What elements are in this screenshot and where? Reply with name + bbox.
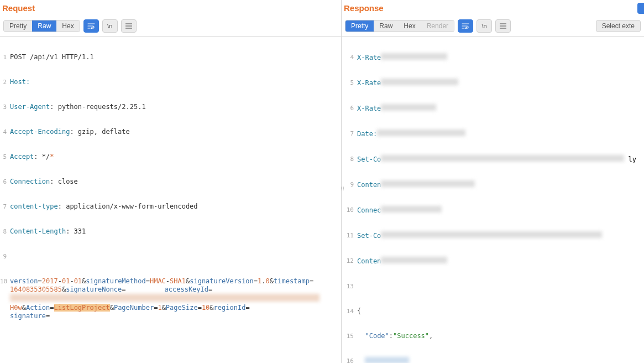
response-view-tabs: Pretty Raw Hex Render [345, 20, 454, 32]
tab-render-resp[interactable]: Render [421, 20, 454, 32]
menu-icon[interactable] [121, 19, 137, 33]
response-title: Response [342, 0, 644, 18]
select-extension-button[interactable]: Select exte [596, 20, 641, 32]
response-panel: Response Pretty Raw Hex Render \n Select… [342, 0, 644, 363]
tab-pretty-resp[interactable]: Pretty [345, 20, 374, 32]
wrap-icon-resp[interactable] [458, 19, 473, 33]
tab-pretty[interactable]: Pretty [4, 20, 32, 32]
request-panel: Request Pretty Raw Hex \n 1POST /api/v1 … [0, 0, 342, 363]
tab-hex[interactable]: Hex [56, 20, 79, 32]
tab-raw[interactable]: Raw [32, 20, 56, 32]
newline-icon[interactable]: \n [102, 19, 118, 33]
menu-icon-resp[interactable] [495, 19, 511, 33]
request-toolbar: Pretty Raw Hex \n [0, 18, 341, 37]
req-line-1: POST /api/v1 HTTP/1.1 [10, 53, 341, 61]
response-toolbar: Pretty Raw Hex Render \n Select exte [342, 18, 644, 37]
newline-icon-resp[interactable]: \n [477, 19, 492, 33]
corner-tab[interactable] [637, 3, 644, 14]
response-editor[interactable]: 4X-Rate 5X-Rate 6X-Rate 7Date: 8Set-Co l… [342, 37, 644, 363]
action-highlight: ListLogProject [54, 304, 110, 312]
request-view-tabs: Pretty Raw Hex [3, 20, 80, 32]
request-body: version=2017-01-01&signatureMethod=HMAC-… [10, 277, 338, 320]
tab-hex-resp[interactable]: Hex [398, 20, 421, 32]
request-editor[interactable]: 1POST /api/v1 HTTP/1.1 2Host: 3User-Agen… [0, 37, 341, 363]
panel-resize-handle[interactable]: ⠿ [341, 188, 344, 190]
request-title: Request [0, 0, 341, 18]
tab-raw-resp[interactable]: Raw [374, 20, 398, 32]
wrap-icon[interactable] [83, 19, 99, 33]
